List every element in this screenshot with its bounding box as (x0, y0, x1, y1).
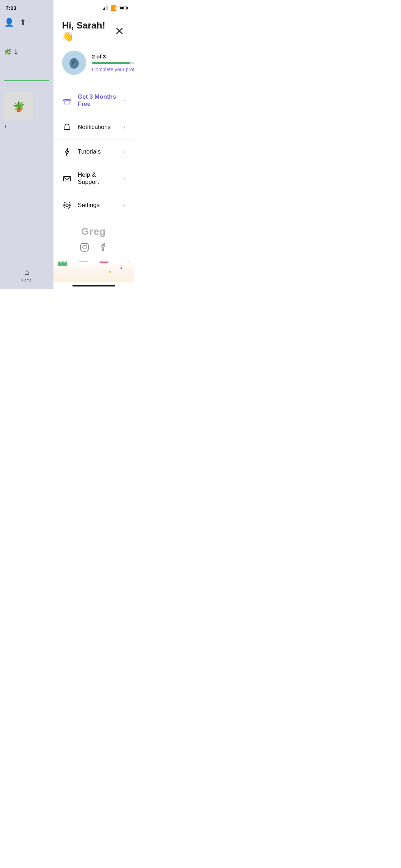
close-icon (116, 27, 123, 35)
menu-label-notifications: Notifications (78, 124, 118, 131)
complete-profile-link[interactable]: Complete your profile (92, 67, 134, 72)
menu-item-notifications[interactable]: Notifications › (53, 115, 134, 140)
menu-label-tutorials: Tutorials (78, 148, 118, 155)
add-person-icon: 👤 (4, 18, 14, 27)
chevron-icon-tutorials: › (123, 149, 125, 155)
menu-item-settings[interactable]: Settings › (53, 193, 134, 217)
plants-svg (53, 262, 134, 275)
home-indicator (72, 285, 115, 286)
chevron-icon-get-free: › (123, 97, 125, 104)
svg-rect-23 (99, 262, 109, 263)
menu-item-help-support[interactable]: Help & Support › (53, 164, 134, 193)
app-name: Greg (62, 226, 125, 237)
bottom-nav: ⌂ Home (0, 265, 53, 289)
profile-section: 2 of 3 Complete your profile (53, 48, 134, 83)
wifi-icon: 📶 (110, 5, 117, 11)
close-button[interactable] (114, 25, 125, 37)
avatar (62, 51, 86, 75)
svg-point-10 (86, 245, 87, 246)
svg-rect-18 (78, 262, 88, 262)
bell-icon (62, 122, 72, 132)
status-icons: 📶 (103, 5, 128, 11)
facebook-icon[interactable] (97, 242, 109, 253)
menu-label-get-free: Get 3 Months Free (78, 93, 118, 108)
share-icon: ⬆ (20, 18, 26, 27)
svg-rect-13 (58, 262, 67, 266)
battery-icon (119, 6, 128, 10)
social-icons (62, 242, 125, 253)
home-nav-label: Home (22, 278, 32, 282)
footer: Greg (53, 220, 134, 262)
svg-rect-8 (81, 243, 88, 251)
chevron-icon-help: › (123, 175, 125, 182)
home-nav-icon: ⌂ (24, 268, 29, 277)
signal-icon (103, 5, 109, 10)
side-drawer: Hi, Sarah! 👋 2 of 3 Complete your profil… (53, 0, 134, 289)
svg-rect-6 (63, 176, 71, 181)
background-app: 👤 ⬆ 🌿 1 🪴 T ⌂ Home (0, 0, 53, 289)
menu-label-settings: Settings (78, 202, 118, 209)
svg-point-14 (60, 262, 61, 263)
profile-info: 2 of 3 Complete your profile (92, 53, 134, 72)
menu-item-get-free[interactable]: Get 3 Months Free › (53, 86, 134, 115)
avatar-leaf-icon (68, 56, 81, 69)
menu-list: Get 3 Months Free › Notifications › (53, 83, 134, 220)
lightning-icon (62, 147, 72, 157)
plants-illustration: ✦ ✦ ✦ (53, 262, 134, 282)
greeting-text: Hi, Sarah! 👋 (62, 20, 114, 42)
progress-bar-background (92, 62, 134, 64)
gear-icon (62, 200, 72, 210)
gift-icon (62, 95, 72, 105)
status-bar: 7:03 📶 (0, 0, 134, 16)
instagram-icon[interactable] (79, 242, 90, 253)
bg-toolbar: 👤 ⬆ (4, 18, 49, 27)
svg-point-15 (63, 262, 65, 263)
svg-point-7 (66, 204, 68, 207)
chevron-icon-notifications: › (123, 124, 125, 130)
menu-item-tutorials[interactable]: Tutorials › (53, 140, 134, 164)
menu-label-help-support: Help & Support (78, 171, 118, 186)
chevron-icon-settings: › (123, 202, 125, 208)
status-time: 7:03 (6, 5, 16, 11)
envelope-icon (62, 174, 72, 184)
profile-count: 2 of 3 (92, 53, 134, 60)
svg-point-9 (83, 246, 86, 249)
progress-bar-fill (92, 62, 130, 64)
